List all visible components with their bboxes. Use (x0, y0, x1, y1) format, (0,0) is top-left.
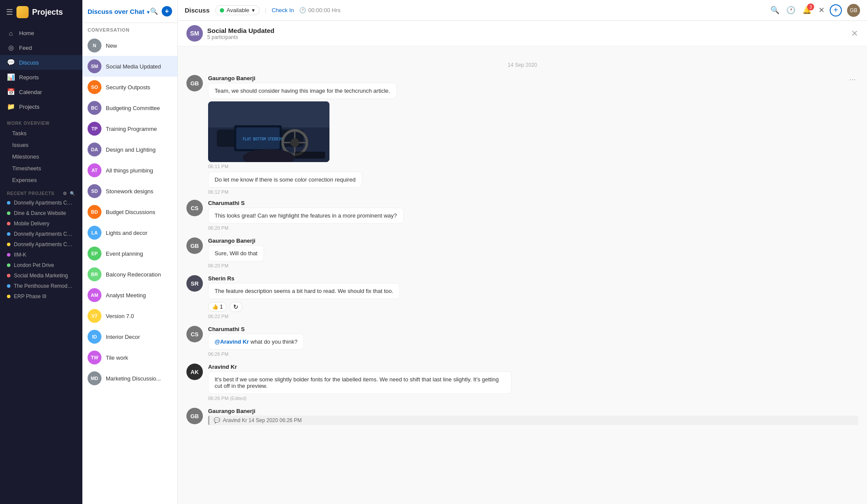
edited-label: (Edited) (230, 396, 247, 401)
conv-name-tp: Training Programme (106, 126, 157, 132)
conversation-item-bc[interactable]: BC Budgeting Committee (82, 98, 177, 118)
sidebar-project-item-5[interactable]: IIM-K (0, 250, 82, 260)
search-projects-icon[interactable]: 🔍 (70, 191, 75, 196)
conv-name-bc: Budgeting Committee (106, 105, 160, 111)
conversation-item-md[interactable]: MD Marketing Discussio... (82, 368, 177, 389)
work-overview-section: WORK OVERVIEW (0, 116, 82, 127)
project-dot-6 (7, 263, 10, 267)
add-topbar-button[interactable]: + (830, 4, 842, 16)
msg-avatar-5: SR (186, 275, 203, 292)
hamburger-icon[interactable]: ☰ (6, 7, 13, 17)
checkin-button[interactable]: Check In (272, 7, 294, 13)
conv-avatar-id: ID (88, 330, 101, 344)
msg-bubble-5: The feature description seems a bit hard… (208, 283, 400, 299)
discuss-chat-title[interactable]: Discuss over Chat ▾ (88, 8, 150, 15)
sidebar-timesheets[interactable]: Timesheets (0, 163, 82, 174)
chat-messages: 14 Sep 2020 GB Gaurango Banerji Team, we… (178, 46, 867, 442)
middle-header-right: 🔍 + (150, 6, 172, 16)
sidebar-project-item-0[interactable]: Donnelly Apartments C… (0, 198, 82, 208)
conversation-label: CONVERSATION (82, 23, 177, 35)
msg-content-3: Charumathi S This looks great! Can we hi… (208, 200, 858, 231)
project-dot-1 (7, 211, 10, 215)
sidebar-project-item-7[interactable]: Social Media Marketing (0, 270, 82, 281)
add-reaction-button[interactable]: ↻ (229, 302, 242, 312)
sidebar-item-home[interactable]: ⌂ Home (0, 26, 82, 40)
conv-avatar-at: AT (88, 163, 101, 177)
chat-close-icon[interactable]: ✕ (851, 28, 858, 39)
conversation-item-so[interactable]: SO Security Outposts (82, 77, 177, 98)
settings-icon[interactable]: ⚙ (63, 191, 67, 196)
notifications-button[interactable]: 🔔 3 (801, 6, 812, 15)
middle-panel: Discuss over Chat ▾ 🔍 + CONVERSATION N N… (82, 0, 178, 504)
sidebar-project-item-2[interactable]: Mobile Delivery (0, 218, 82, 229)
message-group-6: CS Charumathi S @Aravind Kr what do you … (186, 326, 858, 357)
msg-avatar-7: AK (186, 364, 203, 380)
chat-header-bar: SM Social Media Updated 5 participants ✕ (178, 21, 867, 46)
conv-name-so: Security Outposts (106, 84, 150, 91)
main-area: Discuss Available ▾ | Check In 🕐 00:00:0… (178, 0, 867, 504)
close-topbar-icon[interactable]: ✕ (818, 6, 825, 15)
msg-time-3: 06:20 PM (208, 225, 858, 231)
sidebar: ☰ Projects ⌂ Home ◎ Feed 💬 Discuss 📊 Rep… (0, 0, 82, 504)
thumbsup-reaction[interactable]: 👍 1 (208, 302, 227, 312)
project-dot-8 (7, 284, 10, 288)
add-conversation-button[interactable]: + (162, 6, 172, 16)
chat-panel: SM Social Media Updated 5 participants ✕… (178, 21, 867, 504)
conversation-item-la[interactable]: LA Lights and decor (82, 222, 177, 243)
conversation-item-v7[interactable]: V7 Version 7.0 (82, 306, 177, 326)
conversation-item-ep[interactable]: EP Event planning (82, 243, 177, 264)
conversation-item-sd[interactable]: SD Stonework designs (82, 181, 177, 202)
user-avatar[interactable]: GB (847, 4, 860, 17)
sidebar-project-item-6[interactable]: London Pet Drive (0, 260, 82, 270)
conv-name-am: Analyst Meeting (106, 292, 146, 299)
sidebar-item-projects-label: Projects (19, 104, 39, 110)
conversation-item-am[interactable]: AM Analyst Meeting (82, 285, 177, 306)
svg-text:FLAT BOTTOM STEERING: FLAT BOTTOM STEERING (243, 137, 285, 141)
conversation-item-at[interactable]: AT All things plumbing (82, 160, 177, 181)
conversation-item-bd[interactable]: BD Budget Discussions (82, 202, 177, 222)
msg-time-4: 06:20 PM (208, 263, 858, 268)
search-topbar-icon[interactable]: 🔍 (770, 6, 779, 15)
clock-icon[interactable]: 🕐 (786, 6, 795, 15)
conv-avatar-tp: TP (88, 122, 101, 136)
topbar: Discuss Available ▾ | Check In 🕐 00:00:0… (178, 0, 867, 21)
sidebar-expenses[interactable]: Expenses (0, 174, 82, 186)
sidebar-project-item-9[interactable]: ERP Phase III (0, 291, 82, 302)
status-dropdown[interactable]: Available ▾ (215, 5, 260, 15)
msg-time-2: 06:12 PM (208, 189, 858, 195)
message-more-icon-1[interactable]: ··· (847, 75, 858, 169)
sidebar-project-item-3[interactable]: Donnelly Apartments C… (0, 229, 82, 239)
conversation-item-new[interactable]: N New (82, 35, 177, 56)
sidebar-project-item-1[interactable]: Dine & Dance Website (0, 208, 82, 218)
conversation-item-br[interactable]: BR Balcony Redecoration (82, 264, 177, 285)
sidebar-item-discuss[interactable]: 💬 Discuss (0, 55, 82, 70)
message-group-5: SR Sherin Rs The feature description see… (186, 275, 858, 319)
conv-avatar-bc: BC (88, 101, 101, 115)
conv-name-da: Design and Lighting (106, 146, 156, 153)
conversation-item-tw[interactable]: TW Tile work (82, 347, 177, 368)
message-group-2: Do let me know if there is some color co… (186, 172, 858, 195)
search-conversations-icon[interactable]: 🔍 (150, 7, 158, 15)
sidebar-project-item-4[interactable]: Donnelly Apartments C… (0, 239, 82, 250)
conversation-item-da[interactable]: DA Design and Lighting (82, 139, 177, 160)
topbar-page-title: Discuss (185, 7, 210, 14)
reaction-bar-5: 👍 1 ↻ (208, 302, 858, 312)
msg-content-6: Charumathi S @Aravind Kr what do you thi… (208, 326, 858, 357)
conversation-item-sm[interactable]: SM Social Media Updated (82, 56, 177, 77)
sidebar-item-projects[interactable]: 📁 Projects (0, 99, 82, 114)
message-group-4: GB Gaurango Banerji Sure, Will do that 0… (186, 237, 858, 268)
conversation-item-tp[interactable]: TP Training Programme (82, 118, 177, 139)
sidebar-tasks[interactable]: Tasks (0, 127, 82, 139)
chat-title: Social Media Updated (207, 27, 274, 34)
msg-sender-1: Gaurango Banerji (208, 75, 841, 81)
sidebar-item-feed[interactable]: ◎ Feed (0, 40, 82, 55)
sidebar-item-calendar[interactable]: 📅 Calendar (0, 85, 82, 99)
sidebar-milestones[interactable]: Milestones (0, 151, 82, 163)
sidebar-project-item-8[interactable]: The Penthouse Remode… (0, 281, 82, 291)
conv-name-tw: Tile work (106, 354, 128, 361)
msg-time-7: 06:26 PM (Edited) (208, 396, 858, 401)
date-divider: 14 Sep 2020 (186, 62, 858, 68)
sidebar-item-reports[interactable]: 📊 Reports (0, 70, 82, 85)
conversation-item-id[interactable]: ID Interior Decor (82, 326, 177, 347)
sidebar-issues[interactable]: Issues (0, 139, 82, 151)
